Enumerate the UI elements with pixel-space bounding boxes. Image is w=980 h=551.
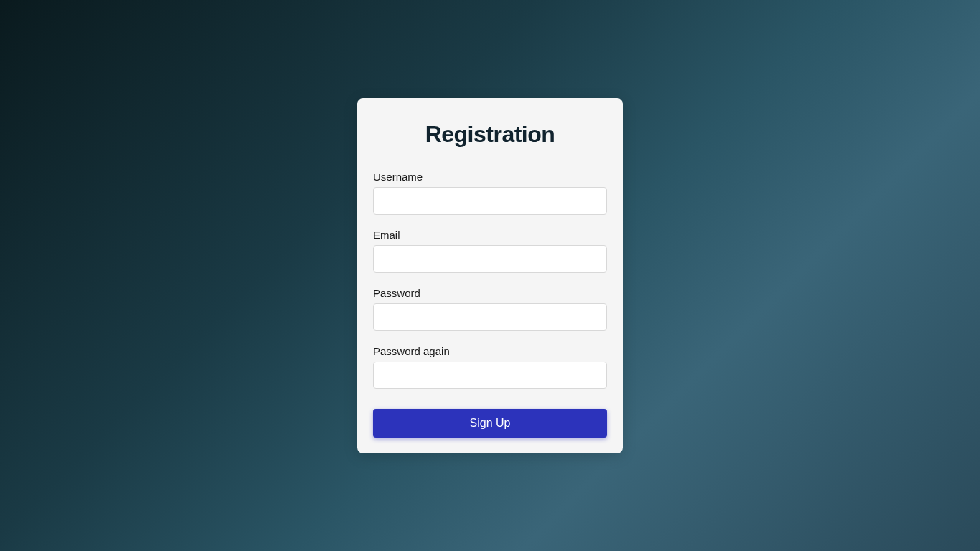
password-again-label: Password again (373, 345, 607, 357)
username-label: Username (373, 171, 607, 183)
email-group: Email (373, 229, 607, 273)
card-title: Registration (373, 121, 607, 148)
password-label: Password (373, 287, 607, 299)
username-input[interactable] (373, 187, 607, 215)
email-label: Email (373, 229, 607, 241)
username-group: Username (373, 171, 607, 215)
email-input[interactable] (373, 245, 607, 273)
password-input[interactable] (373, 303, 607, 331)
registration-card: Registration Username Email Password Pas… (357, 98, 623, 453)
password-group: Password (373, 287, 607, 331)
password-again-group: Password again (373, 345, 607, 389)
password-again-input[interactable] (373, 362, 607, 389)
signup-button[interactable]: Sign Up (373, 409, 607, 438)
